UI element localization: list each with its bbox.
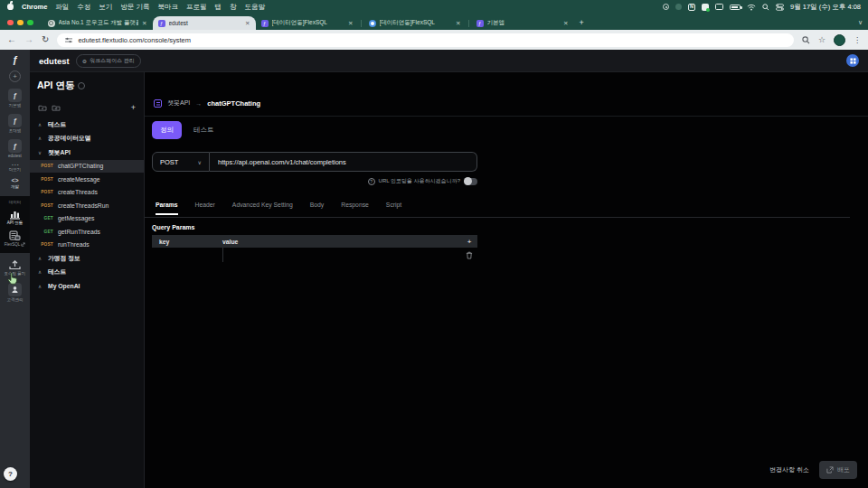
tab-label: edutest (169, 20, 242, 26)
delete-row-button[interactable] (461, 251, 477, 259)
display-icon[interactable] (715, 4, 723, 10)
rail-item-api-link[interactable]: API 연동 (7, 210, 24, 225)
page-title: API 연동 (30, 72, 144, 92)
menubar-app-name[interactable]: Chrome (22, 3, 47, 11)
control-center-icon[interactable] (776, 4, 784, 11)
status-circle-icon[interactable] (675, 4, 682, 10)
notion-icon[interactable]: N (688, 4, 695, 11)
rail-item-customer[interactable]: 고객관리 (7, 283, 24, 302)
menu-help[interactable]: 도움말 (244, 3, 265, 12)
back-icon[interactable]: ← (7, 35, 16, 44)
close-window-button[interactable] (7, 20, 14, 26)
apple-icon[interactable] (7, 4, 14, 10)
wifi-icon[interactable] (747, 4, 756, 11)
tree-item-createthreads[interactable]: POST createThreads (30, 186, 144, 200)
tab-header[interactable]: Header (195, 202, 215, 215)
tree-group-my-openai[interactable]: ∧ My OpenAI (30, 279, 144, 294)
info-icon[interactable] (78, 82, 85, 89)
forward-icon[interactable]: → (24, 35, 33, 44)
deploy-label: 배포 (837, 465, 850, 474)
close-tab-icon[interactable]: ✕ (142, 20, 146, 27)
tree-item-getrunthreads[interactable]: GET getRunThreads (30, 225, 144, 239)
tab-advanced-key-setting[interactable]: Advanced Key Setting (232, 202, 293, 215)
cancel-changes-button[interactable]: 변경사항 취소 (769, 465, 809, 474)
param-value-input[interactable] (222, 248, 461, 262)
menu-tab[interactable]: 탭 (214, 3, 222, 12)
menu-window[interactable]: 창 (230, 3, 237, 12)
tree-item-chatgptchating[interactable]: POST chatGPTChating (30, 160, 144, 174)
rail-more-button[interactable]: ⋯ 더보기 (9, 164, 22, 171)
tree-group-test2[interactable]: ∧ 테스트 (30, 266, 144, 280)
rail-item-flexsql[interactable]: FlexSQL (5, 230, 26, 247)
zoom-page-icon[interactable] (802, 36, 810, 44)
screen-record-icon[interactable] (663, 4, 669, 10)
tree-item-createmessage[interactable]: POST createMessage (30, 173, 144, 186)
tree-group-merchant-info[interactable]: ∧ 가맹점 정보 (30, 251, 144, 266)
rail-item-label: API 연동 (7, 221, 24, 225)
password-manager-icon[interactable] (702, 4, 709, 11)
tab-params[interactable]: Params (156, 202, 178, 215)
param-key-input[interactable] (152, 248, 222, 262)
breadcrumb-folder[interactable]: 챗봇API (167, 99, 190, 108)
chrome-menu-icon[interactable]: ⋮ (854, 36, 861, 44)
chevron-down-icon: ∨ (198, 159, 202, 165)
rail-app-basic[interactable]: ƒ 기본앱 (8, 89, 22, 108)
manage-folder-icon[interactable] (52, 104, 61, 111)
browser-profile-avatar[interactable] (834, 34, 845, 46)
tree-item-label: runThreads (58, 241, 90, 248)
menu-edit[interactable]: 수정 (77, 3, 90, 12)
url-encoding-toggle[interactable] (464, 178, 477, 185)
close-tab-icon[interactable]: ✕ (456, 20, 460, 27)
bookmark-star-icon[interactable]: ☆ (818, 36, 826, 44)
close-tab-icon[interactable]: ✕ (563, 20, 568, 27)
tree-group-public-data[interactable]: ∧ 공공데이터모델 (30, 132, 144, 146)
spotlight-icon[interactable] (762, 4, 769, 11)
method-tag: GET (30, 216, 53, 221)
add-param-button[interactable]: + (461, 238, 477, 246)
tree-item-createthreadsrun[interactable]: POST createThreadsRun (30, 199, 144, 212)
battery-icon[interactable] (730, 5, 741, 10)
add-app-button[interactable]: + (9, 70, 21, 82)
rail-app-invite[interactable]: ƒ 초대앱 (8, 114, 22, 133)
help-button[interactable]: ? (4, 467, 17, 481)
tree-group-test1[interactable]: ∧ 테스트 (30, 117, 144, 132)
browser-tab-basic-app[interactable]: ƒ 기본앱 ✕ (471, 16, 574, 30)
menu-file[interactable]: 파일 (55, 3, 69, 12)
tree-item-runthreads[interactable]: POST runThreads (30, 239, 144, 252)
minimize-window-button[interactable] (17, 20, 24, 26)
tab-test[interactable]: 테스트 (193, 126, 214, 135)
reload-icon[interactable]: ↻ (42, 35, 49, 44)
browser-tab-flexsql-2[interactable]: [데이터연동]FlexSQL ✕ (363, 16, 467, 30)
zoom-window-button[interactable] (27, 20, 33, 26)
tree-group-chatbot-api[interactable]: ∨ 챗봇API (30, 145, 144, 160)
add-api-button[interactable]: + (131, 103, 136, 112)
tab-script[interactable]: Script (386, 202, 401, 215)
tree-item-getmessages[interactable]: GET getMessages (30, 212, 144, 226)
new-tab-button[interactable]: + (580, 18, 584, 27)
close-tab-icon[interactable]: ✕ (245, 20, 250, 27)
rail-dev-button[interactable]: <> 개발 (11, 177, 19, 189)
rail-app-edutest[interactable]: ƒ edutest (8, 139, 22, 158)
page-title-text: API 연동 (37, 80, 74, 92)
workspace-manage-badge[interactable]: ⚙ 워크스페이스 관리 (76, 54, 141, 68)
tab-response[interactable]: Response (341, 202, 369, 215)
menu-history[interactable]: 방문 기록 (120, 3, 149, 12)
menu-bookmarks[interactable]: 북마크 (157, 3, 178, 12)
add-folder-icon[interactable] (38, 104, 47, 111)
menubar-clock[interactable]: 9월 17일 (수) 오후 4:08 (790, 3, 861, 12)
deploy-button[interactable]: 배포 (819, 461, 857, 479)
menu-profiles[interactable]: 프로필 (186, 3, 207, 12)
request-url-input[interactable] (210, 152, 477, 172)
method-select[interactable]: POST ∨ (152, 152, 210, 172)
browser-tab-1[interactable]: Asia No.1 로우코드 개발 플랫폼 ✕ (42, 16, 153, 30)
tab-body[interactable]: Body (310, 202, 325, 215)
browser-tab-edutest[interactable]: ƒ edutest ✕ (153, 16, 256, 30)
tab-definition[interactable]: 정의 (152, 121, 182, 139)
site-settings-icon[interactable] (65, 37, 72, 43)
menu-view[interactable]: 보기 (99, 3, 112, 12)
browser-tab-flexsql-1[interactable]: ƒ [데이터연동]FlexSQL ✕ (256, 16, 359, 30)
address-bar[interactable]: edutest.flextudio.com/console/system (57, 33, 794, 47)
user-avatar[interactable] (846, 54, 859, 67)
tab-search-icon[interactable]: ∨ (858, 19, 863, 26)
close-tab-icon[interactable]: ✕ (348, 20, 353, 27)
